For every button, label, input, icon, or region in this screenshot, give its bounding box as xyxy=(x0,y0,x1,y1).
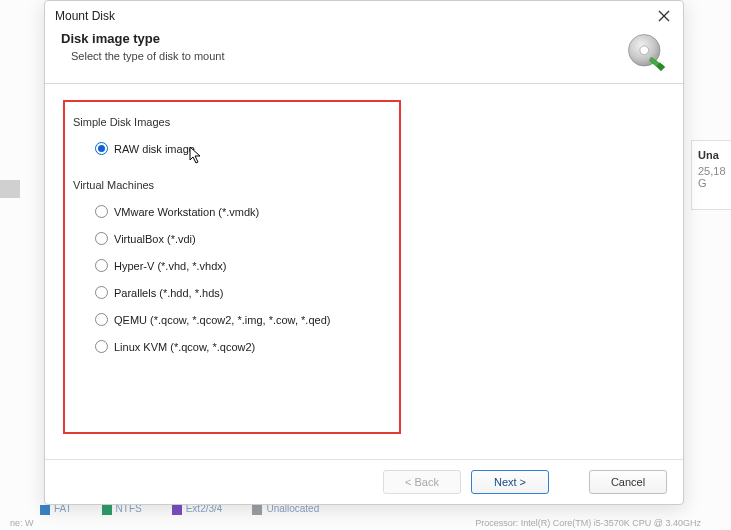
radio-icon xyxy=(95,142,108,155)
header-text-block: Disk image type Select the type of disk … xyxy=(61,31,224,62)
legend-unallocated: Unallocated xyxy=(252,503,319,514)
radio-icon xyxy=(95,259,108,272)
bg-right-line2: 25,18 G xyxy=(698,165,725,189)
radio-icon xyxy=(95,340,108,353)
option-label: RAW disk image xyxy=(114,143,195,155)
dialog-content: Simple Disk Images RAW disk image Virtua… xyxy=(45,84,683,459)
dialog-title: Mount Disk xyxy=(55,9,115,23)
dialog-header: Disk image type Select the type of disk … xyxy=(45,29,683,84)
close-button[interactable] xyxy=(655,7,673,25)
group-label-vm: Virtual Machines xyxy=(73,179,655,191)
option-label: Linux KVM (*.qcow, *.qcow2) xyxy=(114,341,255,353)
simple-options: RAW disk image xyxy=(73,142,655,155)
legend-ext: Ext2/3/4 xyxy=(172,503,223,514)
disk-icon xyxy=(625,31,667,73)
bg-status-left: ne: W xyxy=(10,518,34,528)
bg-status-text: ne: W Processor: Intel(R) Core(TM) i5-35… xyxy=(0,518,731,530)
option-label: Hyper-V (*.vhd, *.vhdx) xyxy=(114,260,226,272)
vm-options: VMware Workstation (*.vmdk) VirtualBox (… xyxy=(73,205,655,353)
radio-icon xyxy=(95,232,108,245)
option-label: VirtualBox (*.vdi) xyxy=(114,233,196,245)
option-qemu[interactable]: QEMU (*.qcow, *.qcow2, *.img, *.cow, *.q… xyxy=(95,313,655,326)
cancel-button[interactable]: Cancel xyxy=(589,470,667,494)
radio-icon xyxy=(95,205,108,218)
option-parallels[interactable]: Parallels (*.hdd, *.hds) xyxy=(95,286,655,299)
header-subtitle: Select the type of disk to mount xyxy=(71,50,224,62)
option-virtualbox[interactable]: VirtualBox (*.vdi) xyxy=(95,232,655,245)
option-vmware[interactable]: VMware Workstation (*.vmdk) xyxy=(95,205,655,218)
dialog-footer: < Back Next > Cancel xyxy=(45,459,683,504)
option-raw-disk-image[interactable]: RAW disk image xyxy=(95,142,655,155)
radio-icon xyxy=(95,313,108,326)
close-icon xyxy=(658,10,670,22)
dialog-titlebar: Mount Disk xyxy=(45,1,683,29)
next-button[interactable]: Next > xyxy=(471,470,549,494)
legend-ntfs: NTFS xyxy=(102,503,142,514)
option-hyperv[interactable]: Hyper-V (*.vhd, *.vhdx) xyxy=(95,259,655,272)
bg-selection-block xyxy=(0,180,20,198)
bg-right-line1: Una xyxy=(698,149,725,161)
svg-point-1 xyxy=(640,46,649,55)
mount-disk-dialog: Mount Disk Disk image type Select the ty… xyxy=(44,0,684,505)
option-label: QEMU (*.qcow, *.qcow2, *.img, *.cow, *.q… xyxy=(114,314,330,326)
header-title: Disk image type xyxy=(61,31,224,46)
bg-status-right: Processor: Intel(R) Core(TM) i5-3570K CP… xyxy=(475,518,701,528)
bg-right-panel: Una 25,18 G xyxy=(691,140,731,210)
back-button[interactable]: < Back xyxy=(383,470,461,494)
option-linux-kvm[interactable]: Linux KVM (*.qcow, *.qcow2) xyxy=(95,340,655,353)
group-label-simple: Simple Disk Images xyxy=(73,116,655,128)
option-label: Parallels (*.hdd, *.hds) xyxy=(114,287,223,299)
option-label: VMware Workstation (*.vmdk) xyxy=(114,206,259,218)
radio-icon xyxy=(95,286,108,299)
legend-fat: FAT xyxy=(40,503,72,514)
